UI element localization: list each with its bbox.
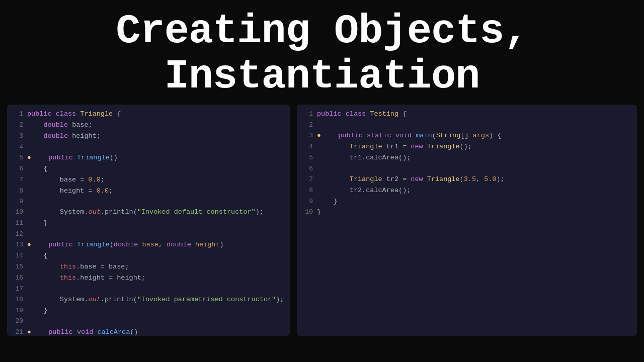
code-line-left-11: 11 } (12, 218, 285, 229)
left-code-panel: 1 public class Triangle { 2 double base;… (7, 105, 290, 336)
code-line-left-21: 21● public void calcArea() (12, 327, 285, 336)
code-line-left-19: 19 } (12, 305, 285, 316)
code-line-left-1: 1 public class Triangle { (12, 109, 285, 120)
code-line-left-2: 2 double base; (12, 120, 285, 131)
code-line-right-4: 4 Triangle tr1 = new Triangle(); (302, 141, 632, 152)
code-panels: 1 public class Triangle { 2 double base;… (0, 105, 644, 341)
code-line-left-7: 7 base = 0.0; (12, 174, 285, 186)
code-line-left-9: 9 (12, 196, 285, 207)
right-code-panel: 1 public class Testing { 2 3● public sta… (297, 105, 637, 336)
code-line-right-3: 3● public static void main(String[] args… (302, 130, 632, 141)
code-line-left-16: 16 this.height = height; (12, 273, 285, 284)
code-line-left-18: 18 System.out.println("Invoked parametri… (12, 294, 285, 305)
code-line-right-2: 2 (302, 120, 632, 130)
code-line-left-5: 5● public Triangle() (12, 152, 285, 163)
code-line-left-8: 8 height = 0.0; (12, 186, 285, 197)
code-line-right-5: 5 tr1.calcArea(); (302, 152, 632, 163)
code-line-left-3: 3 double height; (12, 131, 285, 142)
code-line-left-10: 10 System.out.println("Invoked default c… (12, 207, 285, 218)
page-title: Creating Objects, Instantiation (20, 9, 624, 100)
code-line-left-14: 14 { (12, 250, 285, 261)
code-line-left-15: 15 this.base = base; (12, 261, 285, 273)
title-area: Creating Objects, Instantiation (0, 0, 644, 105)
code-line-left-4: 4 (12, 142, 285, 152)
code-line-right-9: 9 } (302, 196, 632, 207)
code-line-right-8: 8 tr2.calcArea(); (302, 185, 632, 196)
code-line-left-13: 13● public Triangle(double base, double … (12, 239, 285, 250)
code-line-right-6: 6 (302, 163, 632, 174)
code-line-right-7: 7 Triangle tr2 = new Triangle(3.5, 5.0); (302, 174, 632, 185)
code-line-left-20: 20 (12, 316, 285, 326)
code-line-right-10: 10 } (302, 207, 632, 218)
code-line-left-12: 12 (12, 229, 285, 239)
code-line-right-1: 1 public class Testing { (302, 109, 632, 120)
code-line-left-17: 17 (12, 284, 285, 294)
code-line-left-6: 6 { (12, 163, 285, 174)
